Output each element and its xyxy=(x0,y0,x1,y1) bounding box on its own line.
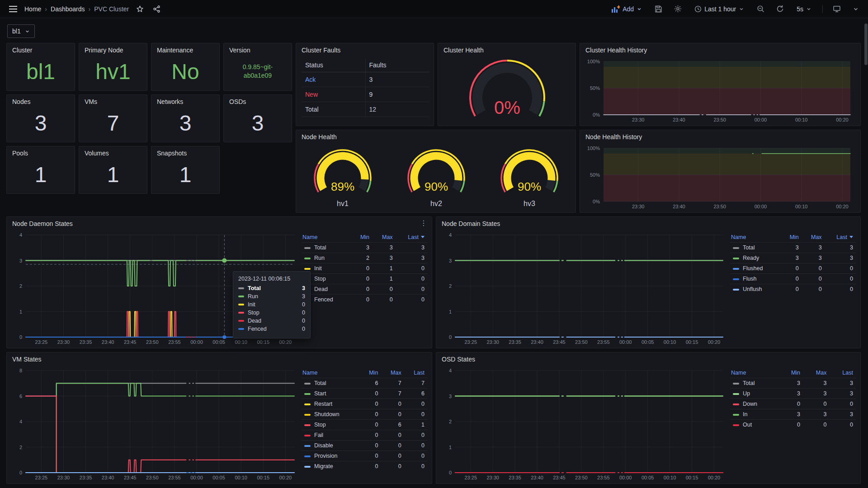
legend-column-name[interactable]: Name xyxy=(302,368,360,378)
stat-value: bl1 xyxy=(7,54,75,89)
svg-text:3: 3 xyxy=(449,394,452,399)
legend-column-name[interactable]: Name xyxy=(730,232,781,243)
toolbar-collapse-chevron-icon[interactable] xyxy=(851,4,861,14)
series-name[interactable]: Start xyxy=(314,390,326,397)
panel-title[interactable]: Node Health History xyxy=(580,130,860,141)
kiosk-monitor-icon[interactable] xyxy=(831,3,843,14)
series-name[interactable]: Unflush xyxy=(743,286,762,292)
series-name[interactable]: Flush xyxy=(743,276,757,282)
dashboard-settings-gear-icon[interactable] xyxy=(672,3,684,14)
faults-column-status[interactable]: Status xyxy=(302,58,365,72)
svg-text:00:15: 00:15 xyxy=(257,339,270,345)
legend-column-max[interactable]: Max xyxy=(803,368,829,378)
panel-title[interactable]: Primary Node xyxy=(79,43,147,54)
series-name[interactable]: Out xyxy=(743,422,752,428)
series-name[interactable]: Init xyxy=(314,265,322,272)
breadcrumb-current-dashboard[interactable]: PVC Cluster xyxy=(94,5,129,13)
legend-column-max[interactable]: Max xyxy=(802,232,825,243)
svg-text:23:45: 23:45 xyxy=(553,339,566,345)
series-name[interactable]: Run xyxy=(314,255,325,261)
refresh-icon[interactable] xyxy=(774,3,786,14)
series-name[interactable]: Ready xyxy=(743,255,759,261)
legend-column-last[interactable]: Last xyxy=(829,368,856,378)
vm-states-chart[interactable]: 0246823:2523:3023:3523:4023:4523:5023:55… xyxy=(10,366,299,482)
panel-title[interactable]: Node Domain States xyxy=(436,217,860,227)
legend-column-max[interactable]: Max xyxy=(372,232,396,243)
series-color-dash-icon xyxy=(238,304,244,305)
legend-column-min[interactable]: Min xyxy=(360,368,381,378)
svg-text:00:05: 00:05 xyxy=(642,339,654,345)
panel-title[interactable]: Version xyxy=(224,43,292,54)
panel-title[interactable]: Volumes xyxy=(79,146,147,157)
panel-title[interactable]: Cluster Faults xyxy=(296,43,434,54)
panel-title[interactable]: Cluster Health History xyxy=(580,43,860,54)
faults-column-faults[interactable]: Faults xyxy=(365,58,429,72)
zoom-out-time-icon[interactable] xyxy=(755,3,766,14)
series-name[interactable]: Migrate xyxy=(314,463,333,469)
breadcrumb-dashboards[interactable]: Dashboards xyxy=(51,5,85,13)
node-health-history-chart[interactable]: 0%50%100%23:3023:4023:5000:0000:1000:20 xyxy=(584,144,855,211)
time-range-picker[interactable]: Last 1 hour xyxy=(692,5,747,13)
svg-text:00:00: 00:00 xyxy=(755,204,767,209)
legend-column-last[interactable]: Last xyxy=(404,368,427,378)
panel-title[interactable]: Networks xyxy=(151,95,219,105)
menu-icon[interactable] xyxy=(7,4,19,14)
breadcrumb-home[interactable]: Home xyxy=(24,5,41,13)
panel-title[interactable]: Node Health xyxy=(296,130,576,141)
legend-column-name[interactable]: Name xyxy=(302,232,351,243)
series-name[interactable]: In xyxy=(743,411,747,418)
series-name[interactable]: Stop xyxy=(314,422,326,428)
series-name[interactable]: Disable xyxy=(314,442,333,449)
panel-title[interactable]: Cluster xyxy=(7,43,75,54)
panel-title[interactable]: VM States xyxy=(7,352,432,363)
legend-column-last[interactable]: Last xyxy=(825,232,856,243)
panel-title[interactable]: Node Daemon States xyxy=(7,217,432,227)
series-name[interactable]: Restart xyxy=(314,401,332,407)
legend-column-name[interactable]: Name xyxy=(730,368,779,378)
series-name[interactable]: Provision xyxy=(314,453,337,459)
scrollbar-thumb[interactable] xyxy=(864,23,868,65)
panel-title[interactable]: OSDs xyxy=(224,95,292,105)
share-icon[interactable] xyxy=(151,4,162,14)
node-domain-states-chart[interactable]: 0123423:2523:3023:3523:4023:4523:5023:55… xyxy=(440,230,727,346)
add-panel-button[interactable]: Add xyxy=(609,5,645,13)
legend-column-min[interactable]: Min xyxy=(781,232,802,243)
series-name[interactable]: Total xyxy=(314,244,326,251)
panel-title[interactable]: Nodes xyxy=(7,95,75,105)
variable-dropdown-cluster[interactable]: bl1 xyxy=(7,24,35,38)
osd-states-chart[interactable]: 0123423:2523:3023:3523:4023:4523:5023:55… xyxy=(440,366,727,482)
legend-column-min[interactable]: Min xyxy=(779,368,803,378)
legend-column-min[interactable]: Min xyxy=(351,232,373,243)
stat-value: 1 xyxy=(151,157,219,192)
save-dashboard-icon[interactable] xyxy=(653,4,664,14)
series-name[interactable]: Stop xyxy=(314,276,326,282)
series-name[interactable]: Fenced xyxy=(314,296,333,303)
panel-title[interactable]: Pools xyxy=(7,146,75,157)
series-name[interactable]: Up xyxy=(743,390,750,397)
legend-value: 0 xyxy=(779,399,803,409)
series-name[interactable]: Total xyxy=(743,380,755,386)
panel-menu-kebab-icon[interactable]: ⋮ xyxy=(420,220,427,227)
series-name[interactable]: Dead xyxy=(314,286,328,292)
refresh-interval-dropdown[interactable]: 5s xyxy=(794,5,814,13)
panel-title[interactable]: Maintenance xyxy=(151,43,219,54)
panel-node-health: Node Health 89%hv1 90%hv2 90%hv3 xyxy=(296,130,576,213)
panel-title[interactable]: VMs xyxy=(79,95,147,105)
cluster-health-history-chart[interactable]: 0%50%100%23:3023:4023:5000:0000:1000:20 xyxy=(584,57,855,124)
favorite-star-icon[interactable] xyxy=(134,4,146,14)
series-name[interactable]: Down xyxy=(743,401,757,407)
panel-title[interactable]: Snapshots xyxy=(151,146,219,157)
series-name[interactable]: Total xyxy=(314,380,326,386)
series-name[interactable]: Total xyxy=(743,244,755,251)
panel-title[interactable]: Cluster Health xyxy=(438,43,576,54)
series-name[interactable]: Fail xyxy=(314,432,323,438)
svg-text:00:20: 00:20 xyxy=(836,117,849,122)
series-name[interactable]: Shutdown xyxy=(314,411,340,418)
series-color-dash-icon xyxy=(304,445,311,447)
legend-column-last[interactable]: Last xyxy=(396,232,427,243)
panel-title[interactable]: OSD States xyxy=(436,352,860,363)
series-name[interactable]: Flushed xyxy=(743,265,763,272)
svg-text:23:55: 23:55 xyxy=(597,339,610,345)
legend-column-max[interactable]: Max xyxy=(381,368,404,378)
svg-text:00:10: 00:10 xyxy=(664,339,676,345)
